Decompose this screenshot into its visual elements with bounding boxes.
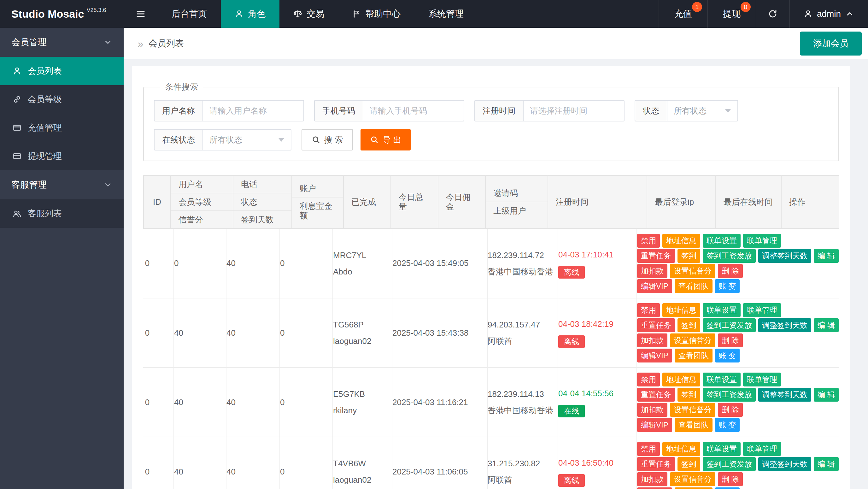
sidebar-item-recharge-management[interactable]: 充值管理	[0, 114, 124, 142]
score-cell: 0	[174, 229, 226, 298]
status-select[interactable]: 所有状态	[668, 100, 738, 121]
action-button-reset-task[interactable]: 重置任务	[637, 457, 675, 471]
withdraw-label: 提现	[723, 8, 741, 20]
sidebar-item-support-list[interactable]: 客服列表	[0, 200, 124, 228]
hamburger-button[interactable]	[124, 0, 158, 28]
action-button-add-deduct[interactable]: 加扣款	[637, 472, 668, 486]
action-button-delete[interactable]: 删 除	[718, 472, 743, 486]
action-button-account-change[interactable]: 账 变	[715, 418, 740, 432]
nav-item-dashboard[interactable]: 后台首页	[158, 0, 221, 28]
export-button[interactable]: 导 出	[361, 129, 411, 151]
action-button-order-settings[interactable]: 联单设置	[703, 442, 741, 456]
page-title: 会员列表	[149, 37, 184, 50]
nav-item-help-center[interactable]: 帮助中心	[338, 0, 414, 28]
amount-cell: 0	[280, 368, 333, 437]
phone-input[interactable]	[363, 100, 464, 121]
online-status-select[interactable]: 所有状态	[203, 129, 291, 151]
sidebar-item-member-level[interactable]: 会员等级	[0, 85, 124, 114]
action-button-edit-vip[interactable]: 编辑VIP	[637, 418, 672, 432]
action-button-account-change[interactable]: 账 变	[715, 487, 740, 489]
action-button-edit[interactable]: 编 辑	[814, 457, 839, 471]
action-button-adjust-sign-days[interactable]: 调整签到天数	[758, 318, 811, 332]
search-button[interactable]: 搜 索	[302, 129, 353, 151]
action-button-set-credit[interactable]: 设置信誉分	[670, 472, 715, 486]
action-button-edit-vip[interactable]: 编辑VIP	[637, 279, 672, 293]
action-button-order-manage[interactable]: 联单管理	[743, 303, 781, 317]
action-button-add-deduct[interactable]: 加扣款	[637, 264, 668, 278]
withdraw-button[interactable]: 提现 0	[707, 0, 756, 28]
action-button-sign-salary[interactable]: 签到工资发放	[703, 388, 756, 402]
action-button-edit-vip[interactable]: 编辑VIP	[637, 487, 672, 489]
action-button-order-settings[interactable]: 联单设置	[703, 303, 741, 317]
action-button-sign-salary[interactable]: 签到工资发放	[703, 457, 756, 471]
col-header-account: 账户利息宝金额	[292, 175, 343, 228]
navbar-right: 充值 1 提现 0 admin	[658, 0, 868, 28]
action-button-edit-vip[interactable]: 编辑VIP	[637, 348, 672, 363]
score-cell: 40	[174, 368, 226, 437]
action-button-address-info[interactable]: 地址信息	[662, 442, 700, 456]
nav-item-roles[interactable]: 角色	[221, 0, 279, 28]
nav-item-trade[interactable]: 交易	[279, 0, 338, 28]
sidebar-item-withdraw-management[interactable]: 提现管理	[0, 142, 124, 171]
action-button-reset-task[interactable]: 重置任务	[637, 388, 675, 402]
user-menu[interactable]: admin	[789, 0, 868, 28]
action-button-order-settings[interactable]: 联单设置	[703, 373, 741, 387]
sidebar-item-member-list[interactable]: 会员列表	[0, 57, 124, 85]
header-label: 邀请码	[486, 185, 548, 202]
action-button-adjust-sign-days[interactable]: 调整签到天数	[758, 388, 811, 402]
action-button-edit[interactable]: 编 辑	[814, 249, 839, 263]
parent-user: rkilany	[333, 402, 392, 419]
register-time-input[interactable]	[524, 100, 624, 121]
action-button-add-deduct[interactable]: 加扣款	[637, 403, 668, 417]
action-button-delete[interactable]: 删 除	[718, 333, 743, 347]
action-button-address-info[interactable]: 地址信息	[662, 234, 700, 248]
register-time-field-group: 注册时间	[474, 100, 624, 121]
invite-cell: TG568Plaoguan02	[333, 298, 392, 368]
action-button-account-change[interactable]: 账 变	[715, 348, 740, 363]
action-button-delete[interactable]: 删 除	[718, 264, 743, 278]
action-button-adjust-sign-days[interactable]: 调整签到天数	[758, 457, 811, 471]
action-button-disable[interactable]: 禁用	[637, 234, 660, 248]
action-button-add-deduct[interactable]: 加扣款	[637, 333, 668, 347]
action-button-order-manage[interactable]: 联单管理	[743, 442, 781, 456]
action-button-sign-in[interactable]: 签到	[678, 249, 700, 263]
action-button-delete[interactable]: 删 除	[718, 403, 743, 417]
action-button-order-settings[interactable]: 联单设置	[703, 234, 741, 248]
action-button-order-manage[interactable]: 联单管理	[743, 234, 781, 248]
action-button-view-team[interactable]: 查看团队	[675, 348, 713, 363]
action-button-sign-in[interactable]: 签到	[678, 457, 700, 471]
nav-item-label: 帮助中心	[365, 8, 401, 20]
nav-item-system[interactable]: 系统管理	[414, 0, 477, 28]
username-field-group: 用户名称	[154, 100, 304, 121]
recharge-button[interactable]: 充值 1	[658, 0, 707, 28]
action-button-set-credit[interactable]: 设置信誉分	[670, 264, 715, 278]
action-button-sign-in[interactable]: 签到	[678, 388, 700, 402]
action-button-view-team[interactable]: 查看团队	[675, 279, 713, 293]
action-button-disable[interactable]: 禁用	[637, 303, 660, 317]
action-button-sign-salary[interactable]: 签到工资发放	[703, 318, 756, 332]
action-button-view-team[interactable]: 查看团队	[675, 418, 713, 432]
action-button-account-change[interactable]: 账 变	[715, 279, 740, 293]
refresh-button[interactable]	[756, 0, 789, 28]
action-button-view-team[interactable]: 查看团队	[675, 487, 713, 489]
action-button-reset-task[interactable]: 重置任务	[637, 318, 675, 332]
add-member-button[interactable]: 添加会员	[800, 32, 862, 56]
action-button-edit[interactable]: 编 辑	[814, 318, 839, 332]
sidebar-group-support-management[interactable]: 客服管理	[0, 171, 124, 200]
action-button-order-manage[interactable]: 联单管理	[743, 373, 781, 387]
action-button-address-info[interactable]: 地址信息	[662, 303, 700, 317]
action-button-set-credit[interactable]: 设置信誉分	[670, 403, 715, 417]
action-button-set-credit[interactable]: 设置信誉分	[670, 333, 715, 347]
action-button-disable[interactable]: 禁用	[637, 442, 660, 456]
action-button-sign-in[interactable]: 签到	[678, 318, 700, 332]
action-button-adjust-sign-days[interactable]: 调整签到天数	[758, 249, 811, 263]
action-button-disable[interactable]: 禁用	[637, 373, 660, 387]
sidebar-group-member-management[interactable]: 会员管理	[0, 28, 124, 57]
action-button-address-info[interactable]: 地址信息	[662, 373, 700, 387]
action-button-reset-task[interactable]: 重置任务	[637, 249, 675, 263]
action-button-sign-salary[interactable]: 签到工资发放	[703, 249, 756, 263]
action-button-edit[interactable]: 编 辑	[814, 388, 839, 402]
username-input[interactable]	[203, 100, 304, 121]
sidebar-item-label: 充值管理	[28, 122, 62, 133]
action-button-row: 编辑VIP查看团队账 变	[637, 348, 839, 363]
